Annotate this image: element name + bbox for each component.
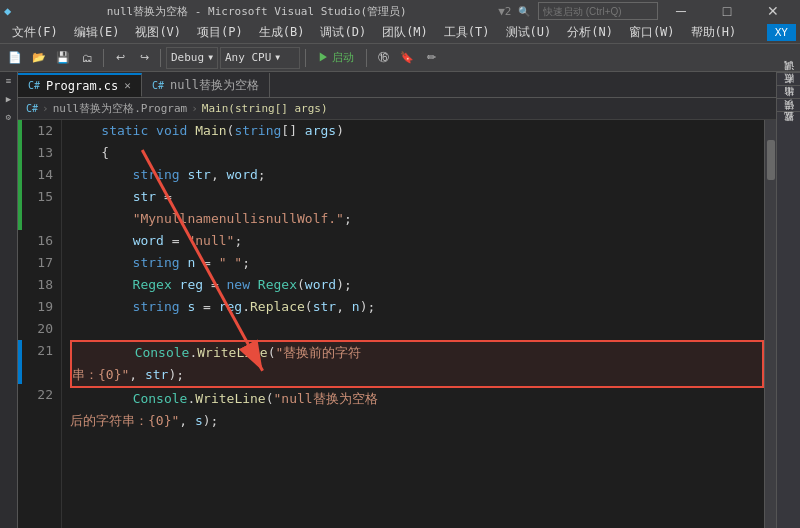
code-line-19: string s = reg.Replace(str, n); [70,296,764,318]
tab-bar: C# Program.cs ✕ C# null替换为空格 [18,72,776,98]
scroll-thumb[interactable] [767,140,775,180]
toolbar-sep-1 [103,49,104,67]
save-all-button[interactable]: 🗂 [76,47,98,69]
redo-button[interactable]: ↪ [133,47,155,69]
menu-window[interactable]: 窗口(W) [621,22,683,43]
right-tool-watch[interactable]: 监视 [777,124,800,136]
line-num-18: 18 [22,274,53,296]
menu-edit[interactable]: 编辑(E) [66,22,128,43]
code-line-22b: 后的字符串：{0}", s); [70,410,764,432]
code-line-20 [70,318,764,340]
line-num-14: 14 [22,164,53,186]
bookmark-button[interactable]: 🔖 [396,47,418,69]
open-button[interactable]: 📂 [28,47,50,69]
code-editor[interactable]: static void Main(string[] args) { string… [62,120,764,528]
breadcrumb-separator-2: › [191,102,198,115]
toolbar: 📄 📂 💾 🗂 ↩ ↪ Debug ▼ Any CPU ▼ ▶ 启动 ⑯ 🔖 ✏ [0,44,800,72]
menu-team[interactable]: 团队(M) [374,22,436,43]
code-line-13: { [70,142,764,164]
breadcrumb-separator-1: › [42,102,49,115]
code-line-15b: "MynullnamenullisnullWolf."; [70,208,764,230]
menu-tools[interactable]: 工具(T) [436,22,498,43]
undo-button[interactable]: ↩ [109,47,131,69]
new-file-button[interactable]: 📄 [4,47,26,69]
code-line-22: Console.WriteLine("null替换为空格 [70,388,764,410]
breadcrumb-cs-icon: C# [26,103,38,114]
tab-label-null-replace: null替换为空格 [170,77,259,94]
code-line-17: string n = " "; [70,252,764,274]
left-icon-3[interactable]: ⚙ [2,112,16,126]
line-num-17: 17 [22,252,53,274]
user-initials[interactable]: XY [767,24,796,41]
comment-button[interactable]: ✏ [420,47,442,69]
tab-close-program[interactable]: ✕ [124,79,131,92]
right-tool-output[interactable]: 输出 [777,98,800,111]
menu-help[interactable]: 帮助(H) [683,22,745,43]
vertical-scrollbar[interactable] [764,120,776,528]
save-button[interactable]: 💾 [52,47,74,69]
menu-build[interactable]: 生成(B) [251,22,313,43]
breadcrumb: C# › null替换为空格.Program › Main(string[] a… [18,98,776,120]
code-line-15: str = [70,186,764,208]
app-title: null替换为空格 - Microsoft Visual Studio(管理员) [15,4,498,19]
quick-search-input[interactable] [538,2,658,20]
attach-button[interactable]: ⑯ [372,47,394,69]
line-num-15b: · [22,208,53,230]
menu-view[interactable]: 视图(V) [127,22,189,43]
title-bar: ◆ null替换为空格 - Microsoft Visual Studio(管理… [0,0,800,22]
code-line-21: Console.WriteLine("替换前的字符 [72,342,762,364]
code-area: 12 13 14 15 · 16 17 18 19 20 21 · 22 · s… [18,120,776,528]
breadcrumb-namespace[interactable]: null替换为空格.Program [53,101,187,116]
line-num-12: 12 [22,120,53,142]
right-tool-breakpoints[interactable]: 断点 [777,85,800,98]
line-numbers: 12 13 14 15 · 16 17 18 19 20 21 · 22 · [22,120,62,528]
menu-test[interactable]: 测试(U) [498,22,560,43]
right-tool-debugger[interactable]: 调试 [777,72,800,85]
toolbar-sep-3 [305,49,306,67]
menu-analyze[interactable]: 分析(N) [559,22,621,43]
code-line-16: word = "null"; [70,230,764,252]
debug-mode-dropdown[interactable]: Debug ▼ [166,47,218,69]
left-icon-1[interactable]: ≡ [2,76,16,90]
line-num-22b: · [22,406,53,428]
line-num-20: 20 [22,318,53,340]
platform-dropdown[interactable]: Any CPU ▼ [220,47,300,69]
app-icon: ◆ [4,4,11,18]
tab-label-program: Program.cs [46,79,118,93]
version-badge: ▼2 🔍 [498,5,530,18]
code-line-14: string str, word; [70,164,764,186]
cs-file-icon-2: C# [152,80,164,91]
line-num-21: 21 [22,340,53,362]
change-indicator-green [18,120,22,230]
minimize-button[interactable]: ─ [658,0,704,22]
change-indicator [18,120,22,528]
right-tool-errors[interactable]: 错误 [777,111,800,124]
change-indicator-blue [18,340,22,384]
code-line-21-container: Console.WriteLine("替换前的字符 串：{0}", str); [70,340,764,388]
menu-file[interactable]: 文件(F) [4,22,66,43]
ide-layout: ≡ ▶ ⚙ C# Program.cs ✕ C# null替换为空格 C# › … [0,72,800,528]
chevron-down-icon: ▼ [275,53,280,62]
start-button[interactable]: ▶ 启动 [311,47,361,69]
maximize-button[interactable]: □ [704,0,750,22]
menu-project[interactable]: 项目(P) [189,22,251,43]
tab-null-replace[interactable]: C# null替换为空格 [142,73,270,97]
line-num-16: 16 [22,230,53,252]
close-button[interactable]: ✕ [750,0,796,22]
tab-program-cs[interactable]: C# Program.cs ✕ [18,73,142,97]
menu-debug[interactable]: 调试(D) [312,22,374,43]
editor-area: C# Program.cs ✕ C# null替换为空格 C# › null替换… [18,72,776,528]
breadcrumb-method[interactable]: Main(string[] args) [202,102,328,115]
left-activity-bar: ≡ ▶ ⚙ [0,72,18,528]
code-line-18: Regex reg = new Regex(word); [70,274,764,296]
line-num-22: 22 [22,384,53,406]
code-line-21b: 串：{0}", str); [72,364,762,386]
line-num-15: 15 [22,186,53,208]
toolbar-sep-4 [366,49,367,67]
cs-file-icon: C# [28,80,40,91]
line-num-19: 19 [22,296,53,318]
left-icon-2[interactable]: ▶ [2,94,16,108]
line-num-21b: · [22,362,53,384]
code-line-12: static void Main(string[] args) [70,120,764,142]
right-tools-panel: 调试 断点 输出 错误 监视 [776,72,800,528]
